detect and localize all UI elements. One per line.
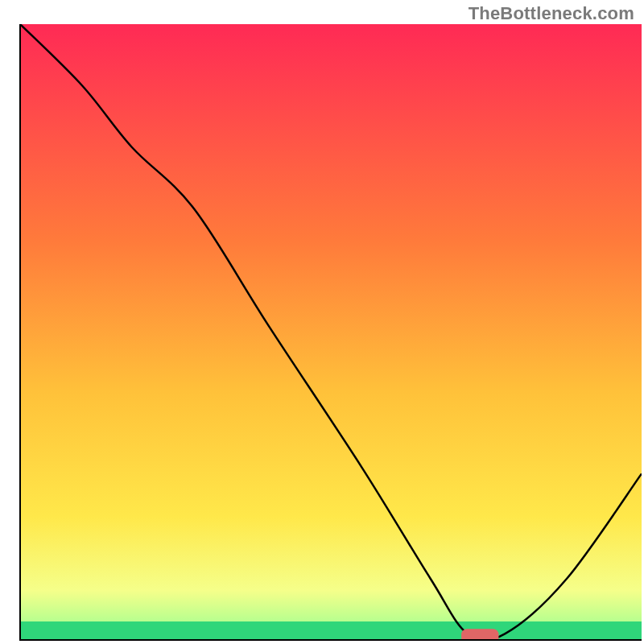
optimum-marker <box>461 629 498 643</box>
gradient-background <box>20 24 642 640</box>
chart-svg <box>0 0 644 644</box>
watermark-text: TheBottleneck.com <box>469 3 634 24</box>
chart-container: { "watermark": "TheBottleneck.com", "cha… <box>0 0 644 644</box>
green-band <box>20 621 642 640</box>
